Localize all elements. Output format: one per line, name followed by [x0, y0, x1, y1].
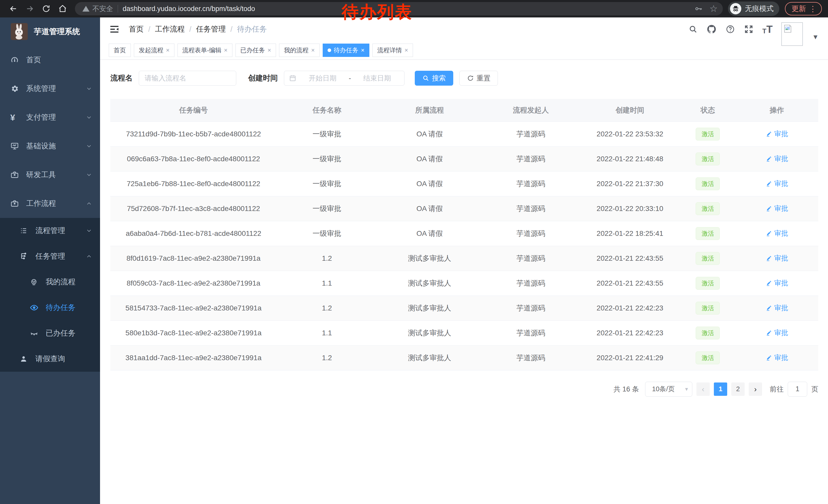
security-label[interactable]: 不安全	[92, 4, 113, 13]
app-logo-row[interactable]: 芋道管理系统	[0, 17, 100, 46]
close-icon[interactable]: ×	[224, 47, 227, 54]
avatar-caret-icon[interactable]: ▼	[812, 33, 819, 41]
column-process: 所属流程	[377, 99, 482, 122]
approve-link[interactable]: 审批	[766, 179, 788, 188]
app-logo-image	[11, 23, 28, 40]
chevron-down-icon	[86, 143, 92, 149]
page-button-1[interactable]: 1	[714, 382, 727, 396]
cell-initiator: 芋道源码	[482, 221, 580, 246]
close-icon[interactable]: ×	[405, 47, 408, 54]
approve-link[interactable]: 审批	[766, 328, 788, 337]
sidebar-item-devtools[interactable]: 研发工具	[0, 161, 100, 189]
sidebar-item-home[interactable]: 首页	[0, 46, 100, 74]
approve-link[interactable]: 审批	[766, 154, 788, 163]
approve-link[interactable]: 审批	[766, 303, 788, 313]
prev-page-button[interactable]: ‹	[696, 382, 710, 396]
table-header-row: 任务编号 任务名称 所属流程 流程发起人 创建时间 状态 操作	[110, 99, 818, 122]
sidebar-item-infrastructure[interactable]: 基础设施	[0, 132, 100, 161]
cell-task-name: 1.1	[277, 320, 377, 345]
close-icon[interactable]: ×	[311, 47, 315, 54]
bookmark-star-icon[interactable]: ☆	[709, 4, 718, 13]
cell-status: 激活	[680, 271, 735, 295]
cell-process: 测试多审批人	[377, 345, 482, 370]
approve-link[interactable]: 审批	[766, 254, 788, 263]
cell-create-time: 2022-01-22 18:25:41	[580, 221, 680, 246]
password-key-icon[interactable]	[694, 4, 703, 13]
approve-link[interactable]: 审批	[766, 229, 788, 238]
tree-icon	[19, 252, 29, 261]
column-initiator: 流程发起人	[482, 99, 580, 122]
search-icon[interactable]	[689, 25, 698, 34]
breadcrumb-task-management[interactable]: 任务管理	[196, 24, 226, 34]
font-size-icon[interactable]: TT	[762, 24, 773, 34]
tab-home[interactable]: 首页	[109, 44, 131, 57]
sidebar-item-payment[interactable]: ¥ 支付管理	[0, 103, 100, 132]
start-date-placeholder[interactable]: 开始日期	[300, 74, 345, 83]
cell-status: 激活	[680, 196, 735, 221]
breadcrumb-workflow[interactable]: 工作流程	[155, 24, 185, 34]
tab-start-process[interactable]: 发起流程 ×	[134, 44, 174, 57]
tags-view: 首页 发起流程 × 流程表单-编辑 × 已办任务 × 我的流程 ×	[100, 41, 828, 59]
sidebar-item-leave-query[interactable]: 请假查询	[0, 346, 100, 372]
cell-create-time: 2022-01-22 23:53:32	[580, 122, 680, 146]
sidebar-item-my-process[interactable]: 我的流程	[0, 269, 100, 295]
avatar[interactable]	[781, 22, 803, 46]
sidebar-item-process-management[interactable]: 流程管理	[0, 218, 100, 243]
search-button[interactable]: 搜索	[415, 71, 453, 86]
close-icon[interactable]: ×	[166, 47, 170, 54]
cell-status: 激活	[680, 146, 735, 171]
close-icon[interactable]: ×	[361, 47, 365, 54]
sidebar-item-done-tasks[interactable]: 已办任务	[0, 320, 100, 346]
process-name-input[interactable]: 请输入流程名	[139, 71, 236, 86]
create-time-range-input[interactable]: 开始日期 - 结束日期	[284, 71, 405, 86]
column-status: 状态	[680, 99, 735, 122]
next-page-button[interactable]: ›	[749, 382, 762, 396]
status-badge: 激活	[696, 128, 720, 140]
browser-home-button[interactable]	[55, 2, 70, 16]
status-badge: 激活	[696, 152, 720, 165]
sidebar-fold-icon[interactable]	[108, 23, 121, 35]
page-size-select[interactable]: 10条/页 ▾	[645, 382, 692, 397]
approve-link[interactable]: 审批	[766, 278, 788, 288]
cell-task-name: 一级审批	[277, 221, 377, 246]
github-icon[interactable]	[706, 24, 717, 34]
tab-process-detail[interactable]: 流程详情 ×	[372, 44, 413, 57]
sidebar-item-workflow[interactable]: 工作流程	[0, 189, 100, 218]
cell-create-time: 2022-01-21 22:43:55	[580, 271, 680, 295]
page-button-2[interactable]: 2	[731, 382, 745, 396]
reset-button[interactable]: 重置	[459, 71, 498, 86]
cell-task-name: 一级审批	[277, 171, 377, 196]
status-badge: 激活	[696, 227, 720, 240]
close-icon[interactable]: ×	[267, 47, 271, 54]
fullscreen-icon[interactable]	[744, 25, 754, 34]
pagination: 共 16 条 10条/页 ▾ ‹ 1 2 › 前往 1 页	[110, 382, 818, 397]
browser-reload-button[interactable]	[39, 2, 53, 16]
cell-initiator: 芋道源码	[482, 146, 580, 171]
sidebar-item-system[interactable]: 系统管理	[0, 74, 100, 103]
help-icon[interactable]	[726, 25, 735, 34]
sidebar-item-task-management[interactable]: 任务管理	[0, 243, 100, 269]
breadcrumb-home[interactable]: 首页	[129, 24, 143, 34]
eye-closed-icon	[30, 329, 39, 338]
approve-link[interactable]: 审批	[766, 129, 788, 138]
browser-back-button[interactable]	[6, 2, 20, 16]
goto-page-input[interactable]: 1	[788, 382, 807, 397]
status-badge: 激活	[696, 177, 720, 190]
table-row: 8f0d1619-7ac8-11ec-a9e2-a2380e71991a 1.2…	[110, 246, 818, 271]
tab-process-form-edit[interactable]: 流程表单-编辑 ×	[177, 44, 233, 57]
cell-create-time: 2022-01-22 21:37:30	[580, 171, 680, 196]
sidebar-item-todo-tasks[interactable]: 待办任务	[0, 295, 100, 320]
status-badge: 激活	[696, 252, 720, 265]
process-name-label: 流程名	[110, 73, 133, 83]
end-date-placeholder[interactable]: 结束日期	[355, 74, 400, 83]
browser-forward-button[interactable]	[23, 2, 37, 16]
approve-link[interactable]: 审批	[766, 204, 788, 213]
cell-initiator: 芋道源码	[482, 320, 580, 345]
tab-done-tasks[interactable]: 已办任务 ×	[236, 44, 276, 57]
tab-my-process[interactable]: 我的流程 ×	[279, 44, 320, 57]
browser-menu-icon[interactable]: ⋮	[809, 4, 817, 13]
cell-process: 测试多审批人	[377, 320, 482, 345]
tab-todo-tasks[interactable]: 待办任务 ×	[323, 44, 369, 57]
security-warning-icon[interactable]	[82, 5, 90, 12]
approve-link[interactable]: 审批	[766, 353, 788, 362]
